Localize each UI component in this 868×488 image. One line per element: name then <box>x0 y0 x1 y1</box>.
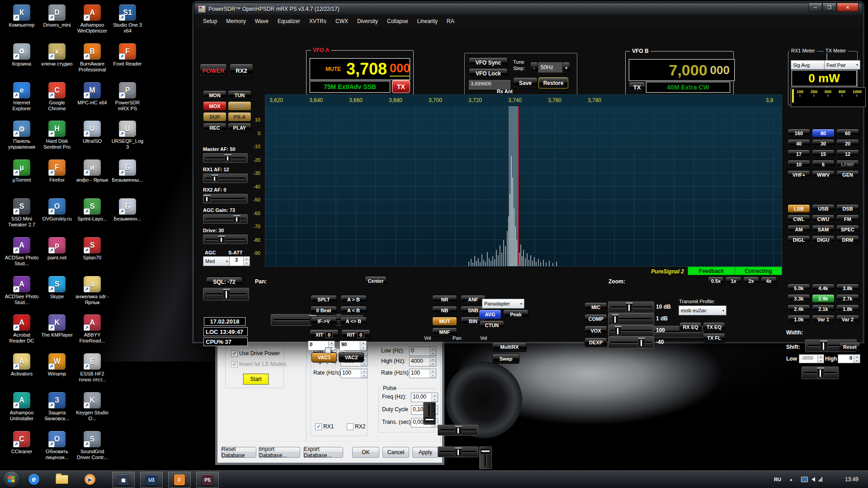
menu-item-xvtrs[interactable]: XVTRs <box>305 16 331 26</box>
desktop-icon-18[interactable]: и↗инфо - Ярлык <box>75 160 109 183</box>
taskbar-explorer-launcher[interactable] <box>53 472 71 487</box>
dialog-button-apply[interactable]: Apply <box>412 447 439 458</box>
menu-item-diversity[interactable]: Diversity <box>353 16 382 26</box>
toggle-dup[interactable]: DUP <box>203 112 226 122</box>
desktop-icon-20[interactable]: S↗SSD Mini Tweaker 2.7 <box>5 198 39 228</box>
taskbar-mediaplayer-launcher[interactable]: ▶ <box>81 472 99 487</box>
band-12[interactable]: 12 <box>836 150 859 158</box>
desktop-icon-24[interactable]: A↗ACDSee Photo Stud... <box>5 237 39 267</box>
restore-button[interactable]: Restore <box>538 77 568 89</box>
tune-step-plus-button[interactable]: + <box>562 62 570 74</box>
desktop-icon-8[interactable]: e↗Internet Explorer <box>5 82 39 112</box>
band-15[interactable]: 15 <box>812 150 835 158</box>
menu-item-setup[interactable]: Setup <box>198 16 222 26</box>
filter-1-0k[interactable]: 1.0k <box>788 315 810 324</box>
taskbar-app-0[interactable]: ▦ <box>112 472 135 488</box>
swap-button[interactable]: Swap <box>492 354 519 364</box>
vfob-frequency-display[interactable]: 7,000 000 <box>629 59 735 81</box>
language-indicator[interactable]: RU <box>774 470 781 488</box>
desktop-icon-35[interactable]: E↗ESSB HF2 точно отст... <box>75 353 109 383</box>
split-if-v[interactable]: IF->V <box>311 317 337 326</box>
tx-meter-select[interactable]: Fwd Pwr ▾ <box>824 60 860 70</box>
desktop-icon-5[interactable]: к↗ключи студио <box>40 43 74 67</box>
rx1-pan-slider[interactable] <box>438 425 478 436</box>
split-0-beat[interactable]: 0 Beat <box>311 306 337 315</box>
desktop-icon-11[interactable]: P↗PowerSDR mRX PS <box>110 82 145 112</box>
hidden-icons-button[interactable]: ▲ <box>789 470 793 488</box>
dialog-button-cancel[interactable]: Cancel <box>382 447 409 458</box>
desktop-icon-31[interactable]: K↗The KMPlayer <box>40 314 74 338</box>
powersdr-window[interactable]: PowerSDR™ OpenHPSDR mRX PS v3.4.7 (12/22… <box>194 3 862 341</box>
desktop-icon-0[interactable]: К↗Компьютер <box>5 5 39 28</box>
display-mode-select[interactable]: Panadapter ▾ <box>482 299 524 309</box>
filter-5-0k[interactable]: 5.0k <box>788 284 810 292</box>
desktop-icon-22[interactable]: S↗Sprint-Layo... <box>75 198 109 222</box>
band-30[interactable]: 30 <box>812 139 835 148</box>
filter-var-1[interactable]: Var 1 <box>812 315 835 324</box>
slider-thumb[interactable] <box>224 154 231 162</box>
slider-thumb[interactable] <box>455 447 462 456</box>
volume-tray-icon[interactable] <box>811 477 815 482</box>
mode-digl[interactable]: DIGL <box>788 235 810 244</box>
mode-usb[interactable]: USB <box>812 204 835 213</box>
desktop-icon-1[interactable]: D↗Drivers_mini <box>40 5 74 28</box>
ctun-button[interactable]: CTUN <box>480 320 504 330</box>
maximize-button[interactable]: ❐ <box>822 3 836 12</box>
mode-cwl[interactable]: CWL <box>788 215 810 223</box>
zoom-preset-0.5x[interactable]: 0.5x <box>708 277 724 286</box>
rx1-meter-select[interactable]: Sig Avg ▾ <box>791 60 828 70</box>
slider-thumb[interactable] <box>612 314 619 324</box>
slider-track[interactable] <box>203 214 248 224</box>
title-bar[interactable]: PowerSDR™ OpenHPSDR mRX PS v3.4.7 (12/22… <box>194 3 862 15</box>
vac1-button[interactable]: VAC1 <box>311 352 337 362</box>
zoom-preset-2x[interactable]: 2x <box>743 277 759 286</box>
desktop-icon-17[interactable]: F↗Firefox <box>40 160 74 183</box>
menu-item-cwx[interactable]: CWX <box>331 16 353 26</box>
filter-2-1k[interactable]: 2.1k <box>812 305 835 313</box>
slider-thumb[interactable] <box>218 235 225 243</box>
up-arrow-icon[interactable]: ▲ <box>329 341 335 346</box>
desktop-icon-15[interactable]: U↗URSEQF_Log 3 <box>110 121 145 150</box>
desktop-icon-32[interactable]: A↗ABBYY FineRead... <box>75 314 109 344</box>
slider-thumb[interactable] <box>203 195 211 202</box>
tx-comp-button[interactable]: COMP <box>585 314 607 324</box>
slider-track[interactable] <box>608 301 654 313</box>
vfob-tx-button[interactable]: TX <box>629 82 645 93</box>
desktop-icon-29[interactable]: а↗анжелика sdr - Ярлык <box>75 276 109 305</box>
band-80[interactable]: 80 <box>812 129 835 137</box>
taskbar-app-2[interactable]: F <box>168 472 191 488</box>
desktop-icon-38[interactable]: K↗Keygen Studio O... <box>75 392 109 422</box>
desktop-icon-13[interactable]: H↗Hard Disk Sentinel Pro <box>40 121 74 150</box>
center-button[interactable]: Center <box>365 276 387 286</box>
display-tray-icon[interactable] <box>801 477 808 482</box>
slider-track[interactable] <box>608 313 654 325</box>
toggle-mox[interactable]: MOX <box>203 101 226 111</box>
desktop-icon-34[interactable]: W↗Winamp <box>40 353 74 377</box>
save-button[interactable]: Save <box>513 77 538 89</box>
down-arrow-icon[interactable]: ▼ <box>854 359 860 363</box>
band-lfmf[interactable]: LFMF <box>836 160 859 169</box>
split-splt[interactable]: SPLT <box>311 295 337 304</box>
filter-3-3k[interactable]: 3.3k <box>788 294 810 303</box>
toggle-tun[interactable]: TUN <box>228 90 251 100</box>
shift-reset-button[interactable]: Reset <box>840 342 860 352</box>
desktop-icon-30[interactable]: A↗Acrobat Reader DC <box>5 314 39 344</box>
filter-3-8k[interactable]: 3.8k <box>836 284 859 292</box>
network-tray-icon[interactable] <box>819 477 822 482</box>
desktop-icon-39[interactable]: C↗CCleaner <box>5 431 39 455</box>
up-arrow-icon[interactable]: ▲ <box>360 341 366 346</box>
toggle-rec[interactable]: REC <box>203 123 226 132</box>
spinner-arrows[interactable]: ▲▼ <box>854 355 860 363</box>
low-stepper[interactable]: -3050 ▲▼ <box>799 354 824 363</box>
tx-mic-button[interactable]: MIC <box>585 302 607 312</box>
desktop-icon-40[interactable]: О↗Обновить лицензи... <box>40 431 74 460</box>
desktop-icon-3[interactable]: S1↗Studio One 3 x64 <box>110 5 145 34</box>
taskbar-app-3[interactable]: PS <box>196 472 219 488</box>
multirx-button[interactable]: MultiRX <box>492 342 527 352</box>
desktop-icon-14[interactable]: U↗UltraISO <box>75 121 109 144</box>
mode-drm[interactable]: DRM <box>836 235 859 244</box>
band-10[interactable]: 10 <box>788 160 810 169</box>
dialog-field[interactable]: 10,00▲▼ <box>411 393 438 402</box>
desktop-icon-10[interactable]: M↗MPC-HC x64 <box>75 82 109 106</box>
band-vhf+[interactable]: VHF+ <box>788 170 810 179</box>
